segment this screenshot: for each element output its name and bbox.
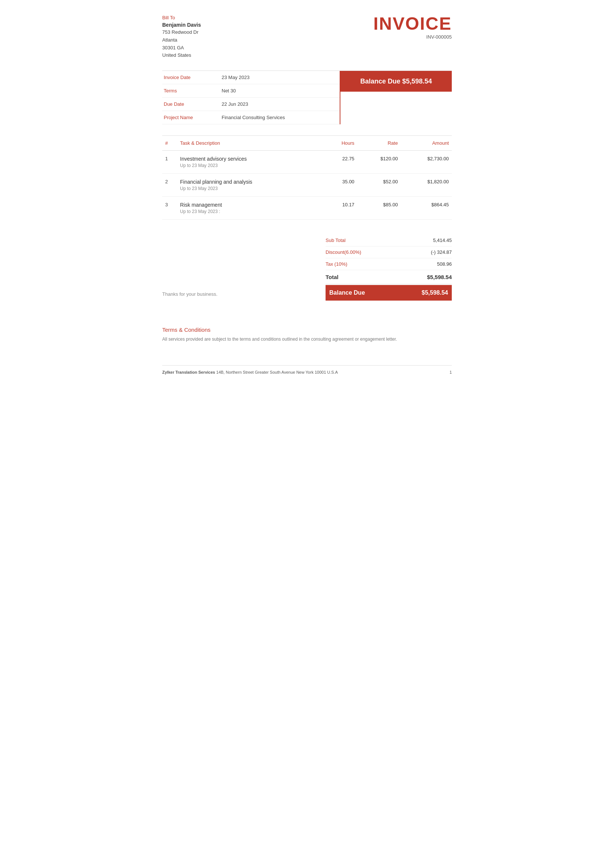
- totals-total-row: Total $5,598.54: [326, 270, 452, 284]
- footer: Zylker Translation Services 14B, Norther…: [162, 365, 452, 374]
- cell-amount: $864.45: [401, 197, 452, 220]
- footer-page: 1: [450, 370, 452, 374]
- thanks-text: Thanks for your business.: [162, 291, 217, 301]
- address-line4: United States: [162, 52, 191, 58]
- totals-label-tax: Tax (10%): [326, 261, 347, 267]
- cell-num: 2: [162, 174, 177, 197]
- cell-task: Risk management Up to 23 May 2023 :: [177, 197, 322, 220]
- cell-amount: $1,820.00: [401, 174, 452, 197]
- bill-to-address: 753 Redwood Dr Atlanta 30301 GA United S…: [162, 29, 374, 59]
- cell-task: Financial planning and analysis Up to 23…: [177, 174, 322, 197]
- items-table-wrapper: # Task & Description Hours Rate Amount 1…: [162, 135, 452, 220]
- info-table: Invoice Date 23 May 2023 Terms Net 30 Du…: [162, 71, 340, 124]
- col-header-amount: Amount: [401, 136, 452, 151]
- item-main-text: Investment advisory services: [180, 156, 319, 162]
- totals-row-tax: Tax (10%) 508.96: [326, 258, 452, 270]
- item-sub-text: Up to 23 May 2023: [180, 186, 319, 191]
- totals-row-subtotal: Sub Total 5,414.45: [326, 234, 452, 246]
- totals-value-subtotal: 5,414.45: [433, 237, 452, 243]
- totals-label-total: Total: [326, 274, 338, 280]
- item-sub-text: Up to 23 May 2023 :: [180, 209, 319, 214]
- col-header-rate: Rate: [358, 136, 401, 151]
- col-header-task: Task & Description: [177, 136, 322, 151]
- info-row-terms: Terms Net 30: [162, 84, 340, 98]
- footer-address-text: 14B, Northern Street Greater South Avenu…: [216, 370, 338, 374]
- totals-value-tax: 508.96: [437, 261, 452, 267]
- item-main-text: Financial planning and analysis: [180, 179, 319, 185]
- cell-rate: $85.00: [358, 197, 401, 220]
- items-table: # Task & Description Hours Rate Amount 1…: [162, 136, 452, 220]
- info-label-terms: Terms: [162, 88, 222, 93]
- bill-to-section: Bill To Benjamin Davis 753 Redwood Dr At…: [162, 15, 374, 59]
- table-row: 1 Investment advisory services Up to 23 …: [162, 151, 452, 174]
- footer-left: Zylker Translation Services 14B, Norther…: [162, 370, 338, 374]
- col-header-num: #: [162, 136, 177, 151]
- totals-value-discount: (-) 324.87: [431, 250, 452, 255]
- info-value-due-date: 22 Jun 2023: [222, 101, 248, 107]
- table-row: 2 Financial planning and analysis Up to …: [162, 174, 452, 197]
- totals-balance-row: Balance Due $5,598.54: [326, 285, 452, 301]
- terms-title: Terms & Conditions: [162, 327, 452, 333]
- totals-row-discount: Discount(6.00%) (-) 324.87: [326, 246, 452, 258]
- cell-hours: 35.00: [322, 174, 357, 197]
- totals-label-subtotal: Sub Total: [326, 237, 346, 243]
- invoice-title-section: INVOICE INV-000005: [374, 15, 452, 40]
- cell-num: 3: [162, 197, 177, 220]
- address-line3: 30301 GA: [162, 45, 184, 50]
- item-main-text: Risk management: [180, 202, 319, 208]
- cell-rate: $120.00: [358, 151, 401, 174]
- totals-label-balance-due: Balance Due: [329, 290, 365, 296]
- header-section: Bill To Benjamin Davis 753 Redwood Dr At…: [162, 15, 452, 59]
- invoice-title: INVOICE: [374, 15, 452, 33]
- table-header-row: # Task & Description Hours Rate Amount: [162, 136, 452, 151]
- info-value-project-name: Financial Consulting Services: [222, 115, 285, 120]
- cell-task: Investment advisory services Up to 23 Ma…: [177, 151, 322, 174]
- thanks-totals-section: Thanks for your business. Sub Total 5,41…: [162, 234, 452, 301]
- cell-amount: $2,730.00: [401, 151, 452, 174]
- info-row-project-name: Project Name Financial Consulting Servic…: [162, 111, 340, 124]
- info-row-invoice-date: Invoice Date 23 May 2023: [162, 71, 340, 84]
- info-balance-section: Invoice Date 23 May 2023 Terms Net 30 Du…: [162, 71, 452, 124]
- table-row: 3 Risk management Up to 23 May 2023 : 10…: [162, 197, 452, 220]
- info-row-due-date: Due Date 22 Jun 2023: [162, 98, 340, 111]
- totals-value-balance-due: $5,598.54: [422, 290, 448, 296]
- totals-table: Sub Total 5,414.45 Discount(6.00%) (-) 3…: [326, 234, 452, 301]
- bill-to-name: Benjamin Davis: [162, 22, 374, 28]
- cell-num: 1: [162, 151, 177, 174]
- info-label-invoice-date: Invoice Date: [162, 74, 222, 80]
- cell-hours: 22.75: [322, 151, 357, 174]
- terms-section: Terms & Conditions All services provided…: [162, 319, 452, 343]
- invoice-number: INV-000005: [374, 34, 452, 40]
- info-value-invoice-date: 23 May 2023: [222, 74, 250, 80]
- col-header-hours: Hours: [322, 136, 357, 151]
- cell-hours: 10.17: [322, 197, 357, 220]
- totals-value-total: $5,598.54: [427, 274, 452, 280]
- info-value-terms: Net 30: [222, 88, 236, 93]
- terms-text: All services provided are subject to the…: [162, 336, 452, 343]
- info-label-due-date: Due Date: [162, 101, 222, 107]
- info-label-project-name: Project Name: [162, 115, 222, 120]
- footer-company: Zylker Translation Services: [162, 370, 215, 374]
- item-sub-text: Up to 23 May 2023: [180, 163, 319, 168]
- address-line1: 753 Redwood Dr: [162, 29, 198, 35]
- balance-due-header-box: Balance Due $5,598.54: [340, 71, 452, 91]
- cell-rate: $52.00: [358, 174, 401, 197]
- totals-label-discount: Discount(6.00%): [326, 250, 361, 255]
- bill-to-label: Bill To: [162, 15, 374, 20]
- address-line2: Atlanta: [162, 37, 177, 43]
